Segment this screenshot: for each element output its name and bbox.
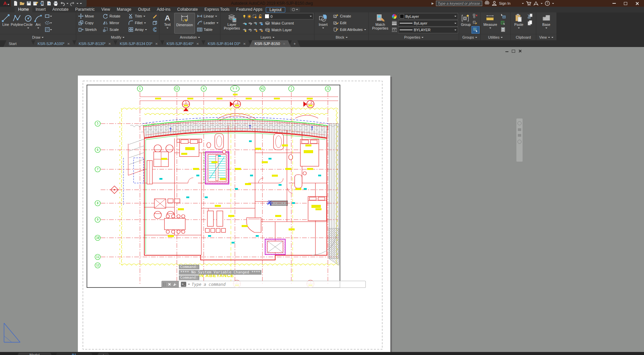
table-button[interactable]: Table: [196, 26, 219, 33]
sign-in-button[interactable]: Sign In: [499, 1, 510, 5]
draw-panel-label[interactable]: Draw: [0, 34, 76, 40]
lineweight-combo[interactable]: ByLayer: [398, 20, 458, 27]
redo-dropdown[interactable]: [77, 3, 79, 5]
stretch-button[interactable]: Stretch: [77, 26, 102, 33]
modify-panel-label[interactable]: Modify: [77, 34, 159, 40]
save-icon[interactable]: [26, 1, 32, 6]
layer-thaw-icon[interactable]: [247, 14, 252, 19]
file-tab-b150-active[interactable]: KSR-SJP-B150✕: [249, 40, 291, 47]
file-tab-b130[interactable]: KSR-SJP-B130*✕: [73, 40, 116, 47]
file-tab-b140[interactable]: KSR-SJP-B140*✕: [161, 40, 204, 47]
layer-edit-icon[interactable]: [248, 21, 252, 26]
file-tab-start[interactable]: Start: [3, 40, 34, 47]
minimize-button[interactable]: [608, 0, 620, 7]
copy-clip-icon[interactable]: [526, 19, 534, 26]
ribbon-tab-express-tools[interactable]: Express Tools: [201, 7, 233, 12]
command-close-icon[interactable]: [168, 283, 171, 286]
mirror-button[interactable]: Mirror: [102, 19, 127, 26]
base-button[interactable]: Base: [539, 13, 554, 34]
new-layout-button[interactable]: +: [96, 353, 111, 355]
layer-on-icon[interactable]: [242, 14, 246, 18]
close-tab-icon[interactable]: ✕: [108, 42, 111, 46]
group-selection-toggle[interactable]: [472, 26, 480, 34]
share-icon[interactable]: [46, 1, 52, 6]
navigation-bar[interactable]: [516, 118, 523, 162]
group-edit-button[interactable]: [472, 19, 479, 26]
autocad-logo-icon[interactable]: A: [0, 0, 10, 7]
command-prompt-icon[interactable]: >_: [181, 282, 186, 287]
ribbon-tab-insert[interactable]: Insert: [32, 7, 49, 12]
autodesk-app-icon[interactable]: [533, 1, 539, 6]
search-icon[interactable]: [484, 1, 490, 6]
trim-button[interactable]: Trim: [127, 13, 151, 19]
view-panel-label[interactable]: View: [536, 34, 556, 40]
ungroup-button[interactable]: [472, 13, 479, 19]
layer-match-icon[interactable]: [248, 28, 252, 32]
circle-button[interactable]: Circle: [23, 13, 33, 34]
object-color-combo[interactable]: ByLayer: [398, 13, 458, 19]
line-button[interactable]: Line: [1, 13, 11, 34]
ribbon-tab-addins[interactable]: Add-ins: [153, 7, 174, 12]
quick-calculator-button[interactable]: [499, 26, 507, 33]
erase-button[interactable]: [151, 13, 158, 19]
command-input[interactable]: >_ Type a command: [179, 281, 366, 288]
file-tab-b134[interactable]: KSR-SJP-B134 D3*✕: [114, 40, 163, 47]
match-properties-button[interactable]: Match Properties: [370, 13, 391, 34]
help-dropdown[interactable]: [552, 3, 554, 5]
model-tab[interactable]: Model: [16, 353, 53, 355]
layout-tab-b1[interactable]: B1: [54, 353, 94, 355]
edit-attributes-button[interactable]: Edit Attributes: [332, 26, 367, 33]
search-input[interactable]: Type a keyword or phrase: [436, 1, 482, 6]
plot-icon[interactable]: [53, 1, 58, 6]
command-bar-grip[interactable]: [161, 281, 179, 288]
match-layer-button[interactable]: Match Layer: [264, 27, 313, 33]
layer-select-combo[interactable]: 0: [263, 13, 313, 19]
autodesk-app-dropdown[interactable]: [541, 3, 543, 5]
quick-select-button[interactable]: [499, 13, 507, 19]
store-cart-icon[interactable]: [526, 1, 531, 6]
select-similar-button[interactable]: [499, 19, 507, 26]
arc-dropdown[interactable]: [37, 28, 39, 30]
ribbon-tab-output[interactable]: Output: [135, 7, 153, 12]
new-file-icon[interactable]: [13, 1, 18, 6]
properties-panel-label[interactable]: Properties: [369, 34, 459, 40]
open-file-icon[interactable]: [19, 1, 25, 6]
rotate-button[interactable]: Rotate: [102, 13, 127, 19]
layer-freeze-icon[interactable]: [253, 21, 258, 26]
file-tab-b144[interactable]: KSR-SJP-B144 D3*✕: [202, 40, 251, 47]
ribbon-tab-manage[interactable]: Manage: [113, 7, 135, 12]
dimension-button[interactable]: Dimension: [174, 13, 195, 34]
groups-panel-label[interactable]: Groups: [459, 34, 480, 40]
array-button[interactable]: Array: [127, 26, 151, 33]
paper-layout-drawing[interactable]: G G1 H Y-Y H1 J J1 5 6 7 8 9 10 11 12 1 …: [0, 47, 644, 352]
insert-block-button[interactable]: Insert: [315, 13, 331, 34]
layer-off-icon[interactable]: [242, 21, 247, 26]
join-button[interactable]: [151, 26, 158, 33]
cut-icon[interactable]: [526, 13, 534, 19]
new-drawing-tab-button[interactable]: +: [289, 40, 300, 47]
utilities-panel-label[interactable]: Utilities: [481, 34, 510, 40]
drag-handle-icon[interactable]: [163, 283, 166, 286]
close-tab-icon[interactable]: ✕: [67, 42, 70, 46]
close-tab-icon[interactable]: ✕: [283, 42, 285, 46]
ribbon-tab-annotate[interactable]: Annotate: [49, 7, 72, 12]
block-panel-label[interactable]: Block: [315, 34, 368, 40]
move-button[interactable]: Move: [77, 13, 102, 19]
layer-isolate-icon[interactable]: [252, 14, 257, 19]
layer-unlock2-icon[interactable]: [258, 28, 263, 32]
ribbon-tab-view[interactable]: View: [98, 7, 113, 12]
leader-button[interactable]: Leader: [196, 19, 219, 26]
help-icon[interactable]: ?: [545, 1, 550, 6]
create-block-button[interactable]: Create: [332, 13, 367, 19]
drawing-canvas[interactable]: G G1 H Y-Y H1 J J1 5 6 7 8 9 10 11 12 1 …: [0, 47, 644, 352]
close-tab-icon[interactable]: ✕: [243, 42, 246, 46]
qat-menu-dropdown[interactable]: [80, 3, 82, 5]
linetype-combo[interactable]: BYLAYER: [398, 27, 458, 33]
linear-dimension-button[interactable]: Linear: [196, 13, 219, 19]
layer-prev-icon[interactable]: [253, 28, 258, 32]
command-bar[interactable]: >_ Type a command: [161, 281, 366, 288]
redo-icon[interactable]: [70, 1, 75, 6]
fillet-button[interactable]: Fillet: [127, 19, 151, 26]
restore-button[interactable]: [620, 0, 631, 7]
text-button[interactable]: A Text: [160, 13, 174, 34]
